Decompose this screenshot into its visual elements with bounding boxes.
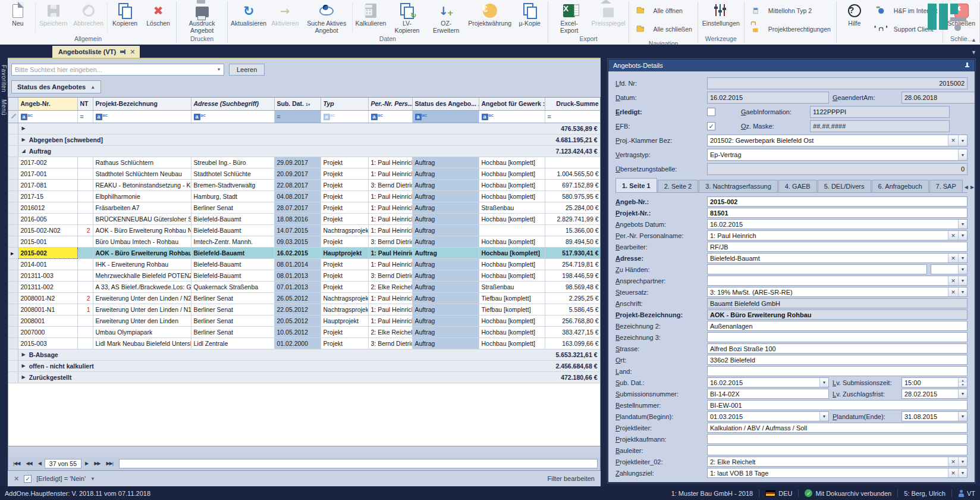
cell[interactable]: AOK - Büro Erweiterung Rohbau N02- ... bbox=[93, 224, 191, 236]
cell[interactable]: 163.099,66 € bbox=[545, 338, 601, 349]
cell[interactable] bbox=[77, 213, 93, 224]
cell[interactable]: IHK - Erweiterung Rohbau bbox=[93, 258, 191, 270]
cell[interactable]: Bielefeld-Bauamt bbox=[191, 213, 274, 224]
clear-value-icon[interactable]: ✕ bbox=[948, 254, 958, 262]
field-value[interactable] bbox=[708, 333, 967, 342]
filter-cell[interactable]: aBC bbox=[412, 110, 479, 123]
cell[interactable]: 01.02.2000 bbox=[274, 338, 321, 349]
cell[interactable]: 20.09.2017 bbox=[274, 168, 321, 179]
cell[interactable]: 2007000 bbox=[18, 326, 77, 338]
cell[interactable]: Lidl Zentrale bbox=[191, 338, 274, 349]
cell[interactable]: 1: Paul Heinrich bbox=[368, 315, 412, 326]
field-angeb-nr-[interactable]: 2015-002 bbox=[707, 196, 968, 207]
group-row[interactable]: ▶Zurückgestellt472.180,66 € bbox=[8, 371, 601, 383]
pager-last-button[interactable]: ▶▶| bbox=[103, 460, 115, 467]
field-value[interactable]: BI-EW-001 bbox=[708, 401, 967, 410]
open-all-button[interactable]: →Alle öffnen bbox=[633, 2, 693, 19]
checkbox[interactable]: ✓ bbox=[707, 122, 715, 130]
cell[interactable]: Projekt bbox=[321, 281, 368, 292]
cell[interactable]: Auftrag bbox=[412, 315, 479, 326]
group-by-chip[interactable]: Status des Angebotes ▲ bbox=[11, 80, 101, 93]
cell[interactable]: Hochbau [komplett] bbox=[479, 326, 545, 338]
clear-value-icon[interactable]: ✕ bbox=[948, 468, 958, 477]
field-value[interactable]: 336o2 Bielefeld bbox=[708, 355, 967, 364]
cell[interactable] bbox=[77, 179, 93, 190]
cell[interactable] bbox=[77, 326, 93, 338]
checkbox[interactable] bbox=[707, 108, 715, 116]
cell[interactable]: Bielefeld-Bauamt bbox=[191, 224, 274, 236]
cell[interactable] bbox=[479, 224, 545, 236]
column-header-angeb-nr-[interactable]: Angeb-Nr. bbox=[18, 98, 77, 110]
cell[interactable]: 2017-081 bbox=[18, 179, 77, 190]
cell[interactable]: 18.08.2016 bbox=[274, 213, 321, 224]
cell[interactable]: 2.295,25 € bbox=[545, 292, 601, 304]
expand-icon[interactable]: ▶ bbox=[22, 126, 26, 131]
field-value[interactable] bbox=[708, 265, 926, 274]
dropdown-icon[interactable]: ▼ bbox=[958, 149, 967, 160]
cell[interactable]: Auftrag bbox=[412, 292, 479, 304]
tabs-scroll-left-icon[interactable]: ◀ bbox=[965, 185, 968, 190]
cell[interactable]: 2014-001 bbox=[18, 258, 77, 270]
tab-angebotsliste[interactable]: Angebotsliste (VT) ✕ bbox=[52, 46, 140, 58]
field-value[interactable] bbox=[708, 435, 967, 443]
column-header-projekt-bezeichnung[interactable]: Projekt-Bezeichnung bbox=[93, 98, 191, 110]
field-value[interactable]: RF/JB bbox=[708, 242, 967, 251]
cell[interactable]: Hochbau [komplett] bbox=[479, 157, 545, 168]
cell[interactable]: Erweiterung Unter den Linden bbox=[93, 315, 191, 326]
cell[interactable]: Fräsarbeiten A7 bbox=[93, 202, 191, 213]
panel-tab-7[interactable]: 7. SAP bbox=[929, 180, 963, 192]
field-value[interactable]: Außenanlagen bbox=[708, 321, 967, 330]
dropdown-icon[interactable]: ▼ bbox=[958, 468, 967, 477]
cell[interactable]: Auftrag bbox=[412, 224, 479, 236]
cell[interactable]: Hamburg, Stadt bbox=[191, 190, 274, 202]
cell[interactable]: 2008001-N1 bbox=[18, 304, 77, 315]
cell[interactable]: Berliner Senat bbox=[191, 292, 274, 304]
cell[interactable]: 2.829.741,99 € bbox=[545, 213, 601, 224]
pin-icon[interactable] bbox=[120, 49, 125, 55]
field-projekt-nr-[interactable]: 81501 bbox=[707, 208, 968, 218]
panel-tab-4[interactable]: 4. GAEB bbox=[778, 180, 817, 192]
cell[interactable]: 2: Elke Reichelt bbox=[368, 326, 412, 338]
cell[interactable]: Berliner Senat bbox=[191, 202, 274, 213]
cell[interactable] bbox=[77, 281, 93, 292]
clear-value-icon[interactable]: ✕ bbox=[948, 231, 958, 240]
cell[interactable]: Bremen-Stadtverwaltg bbox=[191, 179, 274, 190]
field-bearbeiter-[interactable]: RF/JB bbox=[707, 242, 968, 252]
column-header-per-nr-pers-[interactable]: Per.-Nr. Pers... bbox=[368, 98, 412, 110]
sidebar-item-favoriten[interactable]: Favoriten bbox=[0, 58, 7, 92]
mittellohn-typ2-button[interactable]: Mittellohn Typ 2 bbox=[748, 2, 833, 19]
panel-tab-5[interactable]: 5. DEL/Divers bbox=[818, 180, 871, 192]
offer-row[interactable]: 2016-005BRÜCKENNEUBAU Gütersloher Straße… bbox=[8, 213, 601, 224]
field-bestellnummer-[interactable]: BI-EW-001 bbox=[707, 400, 968, 410]
cell[interactable]: Straßenbau bbox=[479, 202, 545, 213]
new-button[interactable]: Neu bbox=[1, 1, 34, 35]
field-strasse-[interactable]: Alfred Bozi Straße 100 bbox=[707, 343, 968, 354]
field-submissionsnummer-[interactable]: BI-14-02X bbox=[707, 389, 829, 399]
cell[interactable]: 1.004.565,50 € bbox=[545, 168, 601, 179]
cell[interactable]: 08.01.2013 bbox=[274, 270, 321, 281]
cell[interactable]: Auftrag bbox=[412, 270, 479, 281]
cell[interactable] bbox=[545, 157, 601, 168]
field-value[interactable]: 2015-002 bbox=[708, 197, 967, 206]
cell[interactable]: 2015-002-N02 bbox=[18, 224, 77, 236]
print-offer-button[interactable]: Ausdruck Angebot bbox=[178, 1, 226, 35]
cell[interactable]: Bielefeld-Bauamt bbox=[191, 258, 274, 270]
cell[interactable]: 3: Bernd Dietrich bbox=[368, 270, 412, 281]
cell[interactable]: 15.366,00 € bbox=[545, 224, 601, 236]
cell[interactable]: Auftrag bbox=[412, 179, 479, 190]
cell[interactable]: 07.01.2013 bbox=[274, 281, 321, 292]
cell[interactable]: Nachtragsprojekt bbox=[321, 224, 368, 236]
cell[interactable]: 1: Paul Heinrich bbox=[368, 247, 412, 258]
cell[interactable]: 2017-002 bbox=[18, 157, 77, 168]
dropdown-icon[interactable]: ▼ bbox=[819, 378, 828, 387]
cell[interactable]: Projekt bbox=[321, 338, 368, 349]
cell[interactable]: 1 bbox=[77, 304, 93, 315]
cell[interactable]: Rathaus Schlüchtern bbox=[93, 157, 191, 168]
cell[interactable]: 254.719,81 € bbox=[545, 258, 601, 270]
filter-cell[interactable]: aBC bbox=[18, 110, 77, 123]
cell[interactable]: 1: Paul Heinrich bbox=[368, 168, 412, 179]
field-value[interactable]: Kalkulation / ABV / Aufmass / Soll bbox=[708, 423, 967, 432]
clear-search-button[interactable]: Leeren bbox=[229, 64, 265, 76]
settings-button[interactable]: Einstellungen bbox=[699, 1, 743, 35]
cell[interactable]: BRÜCKENNEUBAU Gütersloher Straße bbox=[93, 213, 191, 224]
